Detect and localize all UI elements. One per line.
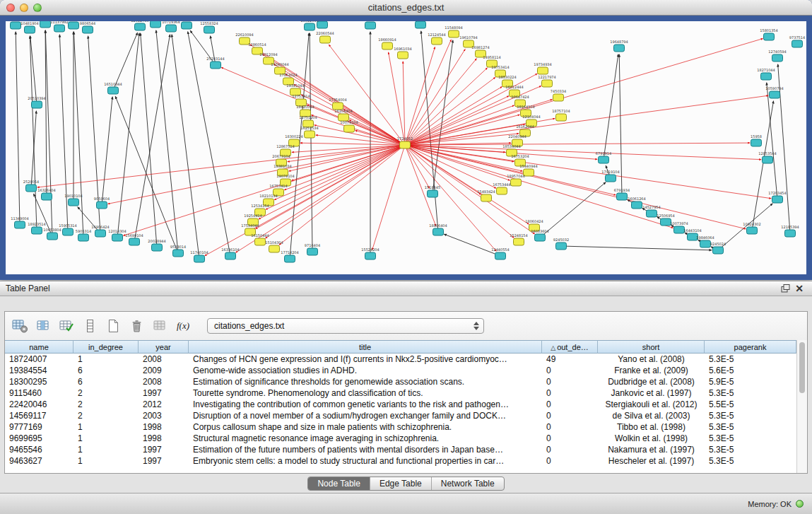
- float-panel-icon[interactable]: [778, 282, 792, 295]
- svg-text:19254414: 19254414: [244, 214, 261, 218]
- table-row[interactable]: 1872400712008Changes of HCN gene express…: [5, 354, 796, 365]
- row-selection-icon[interactable]: [81, 317, 99, 334]
- svg-text:10653804: 10653804: [43, 228, 61, 232]
- svg-text:15905314: 15905314: [59, 223, 76, 228]
- svg-text:18530224: 18530224: [498, 75, 516, 79]
- svg-text:2520054: 2520054: [23, 180, 39, 184]
- column-visibility-icon[interactable]: [34, 317, 52, 334]
- svg-text:22060544: 22060544: [316, 31, 334, 35]
- column-header-short[interactable]: short: [598, 340, 705, 354]
- cell: Nakamura et al. (1997): [598, 444, 705, 455]
- cell: Investigating the contribution of common…: [189, 399, 542, 410]
- svg-text:6791914: 6791914: [596, 151, 611, 156]
- svg-text:16753414: 16753414: [269, 184, 287, 188]
- node-table: namein_degreeyeartitle△out_de…shortpager…: [5, 340, 796, 473]
- svg-text:10079104: 10079104: [340, 120, 358, 124]
- cell: 0: [542, 399, 598, 410]
- svg-text:16061264: 16061264: [628, 197, 645, 201]
- cell: 9777169: [5, 421, 73, 433]
- status-bar: Memory: OK: [0, 493, 812, 514]
- cell: 5.3E-5: [705, 354, 796, 365]
- tab-network-table[interactable]: Network Table: [431, 477, 504, 490]
- table-row[interactable]: 946362711997Embryonic stem cells: a mode…: [5, 455, 796, 467]
- network-select[interactable]: citations_edges.txt: [207, 318, 484, 334]
- svg-text:16753444: 16753444: [493, 182, 510, 187]
- table-scrollbar[interactable]: [796, 340, 807, 473]
- cell: 1: [73, 444, 139, 455]
- function-builder-icon[interactable]: f(x): [174, 317, 192, 334]
- cell: Disruption of a novel member of a sodium…: [189, 410, 542, 421]
- table-row[interactable]: 911546021997Tourette syndrome. Phenomeno…: [5, 387, 796, 399]
- svg-text:16150444: 16150444: [251, 233, 269, 238]
- svg-text:15104304: 15104304: [265, 240, 283, 245]
- cell: 19384554: [5, 365, 73, 376]
- cell: 0: [542, 365, 598, 376]
- column-header-pagerank[interactable]: pagerank: [705, 340, 796, 354]
- svg-text:19734934: 19734934: [534, 62, 551, 66]
- close-panel-icon[interactable]: ✕: [792, 282, 806, 295]
- cell: 5.3E-5: [705, 444, 796, 455]
- svg-text:16981274: 16981274: [471, 45, 489, 49]
- column-header-out_de[interactable]: △out_de…: [542, 340, 598, 354]
- table-mode-icon[interactable]: [11, 317, 29, 334]
- minimize-button[interactable]: [20, 4, 28, 12]
- tab-edge-table[interactable]: Edge Table: [370, 477, 431, 490]
- svg-text:19648794: 19648794: [610, 40, 628, 44]
- svg-text:14527954: 14527954: [642, 205, 660, 209]
- import-table-icon[interactable]: [151, 317, 169, 334]
- network-view-window: citations_edges.txt 91503421048190415316…: [0, 0, 812, 280]
- table-row[interactable]: 977716911998Corpus callosum shape and si…: [5, 421, 796, 433]
- zoom-button[interactable]: [33, 4, 42, 12]
- svg-text:12185394: 12185394: [781, 225, 799, 229]
- svg-text:1724052: 1724052: [397, 136, 413, 141]
- window-title: citations_edges.txt: [0, 0, 812, 16]
- svg-text:14958114: 14958114: [483, 55, 500, 59]
- cell: 9115460: [5, 387, 73, 399]
- cell: Structural magnetic resonance image aver…: [189, 433, 542, 444]
- svg-text:17534044: 17534044: [241, 223, 259, 228]
- column-header-in_degree[interactable]: in_degree: [73, 340, 139, 354]
- table-row[interactable]: 946554611997Estimation of the future num…: [5, 444, 796, 455]
- cell: 2003: [139, 410, 189, 421]
- table-row[interactable]: 1830029562008Estimation of significance …: [5, 376, 796, 387]
- cell: 18300295: [5, 376, 73, 387]
- cell: 5.3E-5: [705, 455, 796, 467]
- cell: 1998: [139, 433, 189, 444]
- svg-text:15524204: 15524204: [361, 247, 379, 252]
- svg-text:20028944: 20028944: [148, 239, 165, 243]
- cell: 5.3E-5: [705, 421, 796, 433]
- svg-text:17354004: 17354004: [329, 98, 346, 102]
- network-canvas[interactable]: 9150342104819041531695411137992195657749…: [6, 21, 806, 274]
- svg-text:10647424: 10647424: [511, 95, 529, 99]
- cell: 1997: [139, 455, 189, 467]
- svg-text:12751204: 12751204: [299, 115, 317, 119]
- svg-text:10590794: 10590794: [765, 86, 783, 90]
- cell: 5.6E-5: [705, 365, 796, 376]
- svg-text:9806544: 9806544: [80, 21, 95, 25]
- cell: 0: [542, 387, 598, 399]
- svg-text:25203144: 25203144: [206, 57, 224, 61]
- close-button[interactable]: [6, 4, 15, 12]
- cell: 5.3E-5: [705, 410, 796, 421]
- new-table-icon[interactable]: [104, 317, 122, 334]
- cell: Franke et al. (2009): [598, 365, 705, 376]
- column-header-year[interactable]: year: [139, 340, 189, 354]
- table-row[interactable]: 2242004622012Investigating the contribut…: [5, 399, 796, 410]
- cell: 6: [73, 365, 139, 376]
- svg-text:16012094: 16012094: [259, 52, 277, 57]
- tab-node-table[interactable]: Node Table: [308, 477, 370, 490]
- table-panel-header: Table Panel ✕: [0, 281, 812, 296]
- window-titlebar[interactable]: citations_edges.txt: [0, 0, 812, 16]
- table-row[interactable]: 1938455462009Genome-wide association stu…: [5, 365, 796, 376]
- delete-table-icon[interactable]: [127, 317, 146, 334]
- scrollbar-thumb[interactable]: [799, 342, 805, 393]
- svg-text:20673104: 20673104: [272, 154, 290, 158]
- column-header-name[interactable]: name: [5, 340, 73, 354]
- table-row[interactable]: 1456911722003Disruption of a novel membe…: [5, 410, 796, 421]
- new-column-icon[interactable]: [57, 317, 76, 334]
- table-row[interactable]: 969969511998Structural magnetic resonanc…: [5, 433, 796, 444]
- cell: Estimation of the future numbers of pati…: [189, 444, 542, 455]
- svg-text:18660914: 18660914: [378, 37, 396, 42]
- column-header-title[interactable]: title: [189, 340, 542, 354]
- cell: Estimation of significance thresholds fo…: [189, 376, 542, 387]
